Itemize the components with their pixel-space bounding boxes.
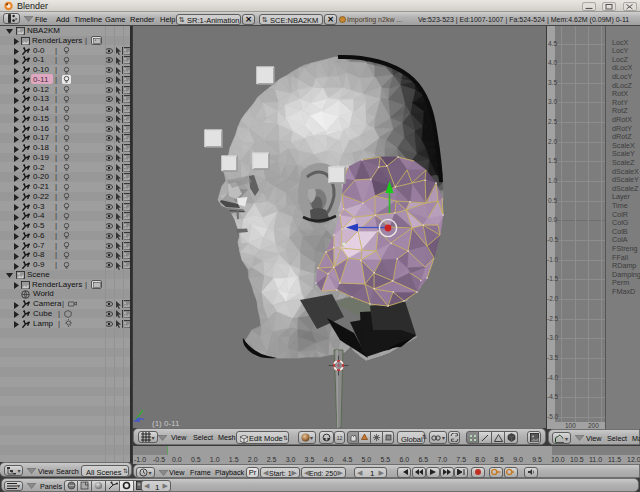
svg-text:(1) 0-11: (1) 0-11: [152, 419, 180, 428]
